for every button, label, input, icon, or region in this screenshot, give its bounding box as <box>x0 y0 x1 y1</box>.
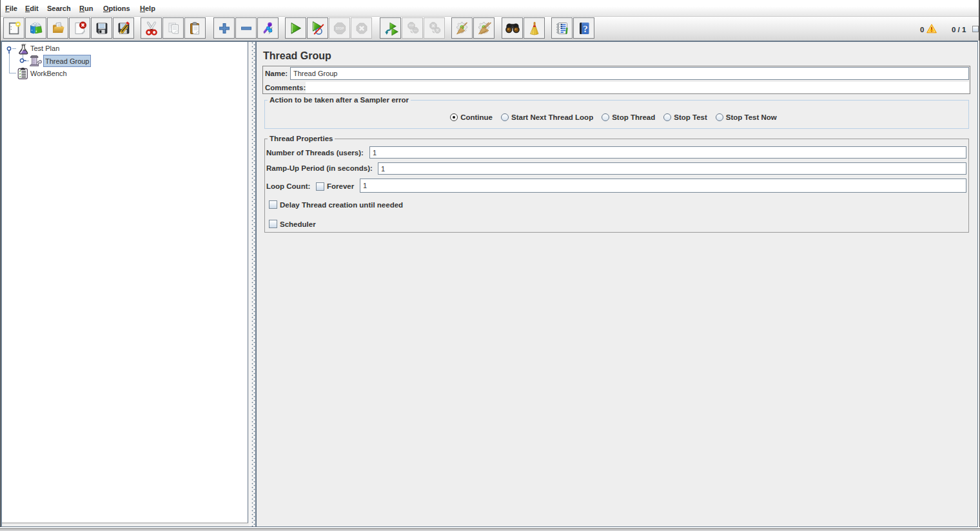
svg-text:STOP: STOP <box>335 27 343 30</box>
svg-text:STOP: STOP <box>413 30 418 31</box>
svg-text:STOP: STOP <box>409 24 414 27</box>
svg-text:?: ? <box>583 23 588 34</box>
